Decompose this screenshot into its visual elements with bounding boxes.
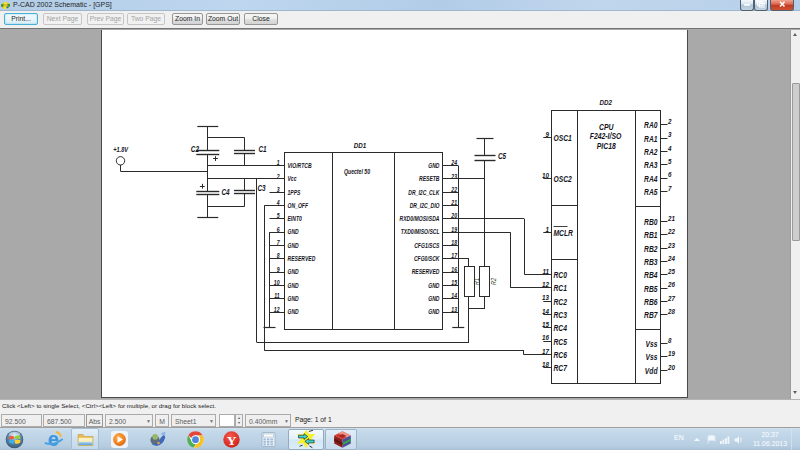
svg-text:21: 21 bbox=[667, 214, 675, 223]
svg-text:3: 3 bbox=[277, 186, 280, 193]
svg-text:21: 21 bbox=[450, 200, 457, 207]
svg-text:R2: R2 bbox=[489, 278, 497, 285]
svg-text:RC0: RC0 bbox=[554, 270, 568, 280]
svg-text:GND: GND bbox=[288, 269, 300, 276]
svg-text:+1.8V: +1.8V bbox=[113, 145, 128, 153]
svg-text:28: 28 bbox=[667, 308, 675, 317]
svg-text:RB0: RB0 bbox=[644, 217, 658, 227]
svg-text:RC3: RC3 bbox=[554, 310, 568, 320]
svg-text:8: 8 bbox=[668, 336, 671, 345]
svg-text:GND: GND bbox=[428, 162, 440, 169]
svg-text:C2: C2 bbox=[191, 144, 200, 154]
svg-text:9: 9 bbox=[277, 266, 280, 273]
svg-text:5: 5 bbox=[668, 157, 672, 166]
svg-text:13: 13 bbox=[542, 294, 549, 303]
svg-text:GND: GND bbox=[428, 282, 440, 289]
svg-text:TXD0/MISO/SCL: TXD0/MISO/SCL bbox=[401, 229, 440, 236]
svg-text:OSC2: OSC2 bbox=[554, 174, 573, 184]
svg-text:GND: GND bbox=[288, 229, 300, 236]
svg-text:C5: C5 bbox=[498, 151, 507, 161]
svg-text:RESERVED: RESERVED bbox=[412, 269, 441, 276]
svg-text:DR_I2C_DIO: DR_I2C_DIO bbox=[410, 202, 440, 209]
svg-text:GND: GND bbox=[428, 295, 440, 302]
svg-text:RB6: RB6 bbox=[644, 297, 658, 307]
svg-text:C1: C1 bbox=[259, 144, 267, 154]
svg-text:CFG0/SCK: CFG0/SCK bbox=[414, 255, 440, 262]
svg-text:RC4: RC4 bbox=[554, 323, 568, 333]
svg-text:R1: R1 bbox=[472, 278, 480, 285]
svg-text:24: 24 bbox=[667, 254, 675, 263]
svg-text:6: 6 bbox=[277, 226, 280, 233]
svg-text:RB3: RB3 bbox=[644, 257, 658, 267]
svg-text:23: 23 bbox=[667, 241, 675, 250]
svg-text:24: 24 bbox=[450, 160, 457, 167]
svg-text:RB2: RB2 bbox=[644, 244, 658, 254]
svg-text:Vss: Vss bbox=[646, 353, 659, 363]
svg-text:Vss: Vss bbox=[646, 339, 659, 349]
svg-text:14: 14 bbox=[542, 307, 549, 316]
svg-text:11: 11 bbox=[274, 293, 279, 300]
svg-text:15: 15 bbox=[542, 320, 550, 329]
svg-text:Vdd: Vdd bbox=[645, 366, 658, 376]
svg-text:RXD0/MOSI/SDA: RXD0/MOSI/SDA bbox=[400, 216, 440, 223]
svg-text:20: 20 bbox=[667, 363, 675, 372]
svg-text:9: 9 bbox=[546, 130, 549, 139]
svg-text:CFG1/SCS: CFG1/SCS bbox=[414, 242, 439, 249]
svg-text:RB4: RB4 bbox=[644, 271, 658, 281]
svg-text:19: 19 bbox=[451, 226, 457, 233]
svg-text:RC5: RC5 bbox=[554, 337, 568, 347]
svg-text:F242-I/SO: F242-I/SO bbox=[590, 132, 622, 142]
svg-text:10: 10 bbox=[542, 171, 549, 180]
svg-text:18: 18 bbox=[542, 360, 549, 369]
svg-text:1: 1 bbox=[546, 225, 549, 234]
svg-text:RESETB: RESETB bbox=[419, 176, 440, 183]
svg-text:GND: GND bbox=[428, 309, 440, 316]
svg-text:17: 17 bbox=[542, 347, 550, 356]
svg-text:ON_OFF: ON_OFF bbox=[288, 202, 309, 209]
svg-text:10: 10 bbox=[274, 279, 280, 286]
svg-text:15: 15 bbox=[451, 279, 457, 286]
svg-text:RA2: RA2 bbox=[644, 147, 658, 157]
svg-text:DD2: DD2 bbox=[600, 98, 612, 107]
svg-text:RA3: RA3 bbox=[644, 160, 658, 170]
svg-text:C4: C4 bbox=[222, 187, 230, 197]
svg-text:GND: GND bbox=[288, 295, 300, 302]
svg-text:RB1: RB1 bbox=[644, 231, 657, 241]
svg-text:DR_I2C_CLK: DR_I2C_CLK bbox=[408, 189, 440, 196]
svg-text:14: 14 bbox=[451, 293, 457, 300]
svg-text:2: 2 bbox=[667, 117, 671, 126]
svg-text:Vcc: Vcc bbox=[288, 176, 298, 183]
svg-text:PIC18: PIC18 bbox=[597, 141, 617, 151]
svg-text:OSC1: OSC1 bbox=[554, 133, 572, 143]
svg-text:RA5: RA5 bbox=[644, 187, 658, 197]
svg-text:EINT0: EINT0 bbox=[288, 216, 303, 223]
svg-text:GND: GND bbox=[288, 242, 300, 249]
svg-text:27: 27 bbox=[667, 294, 676, 303]
svg-text:RA1: RA1 bbox=[644, 134, 657, 144]
svg-text:RA4: RA4 bbox=[644, 174, 658, 184]
svg-text:22: 22 bbox=[667, 228, 675, 237]
svg-text:RB5: RB5 bbox=[644, 284, 658, 294]
svg-text:DD1: DD1 bbox=[354, 141, 366, 150]
svg-text:25: 25 bbox=[667, 268, 676, 277]
svg-text:26: 26 bbox=[667, 281, 676, 290]
svg-text:6: 6 bbox=[668, 171, 672, 180]
svg-text:22: 22 bbox=[450, 186, 457, 193]
svg-text:19: 19 bbox=[668, 350, 675, 359]
svg-text:GND: GND bbox=[288, 309, 300, 316]
svg-text:GND: GND bbox=[288, 282, 300, 289]
svg-text:7: 7 bbox=[668, 184, 672, 193]
svg-text:C3: C3 bbox=[258, 183, 266, 193]
svg-text:Y: Y bbox=[227, 432, 237, 447]
svg-text:12: 12 bbox=[542, 280, 549, 289]
svg-text:16: 16 bbox=[451, 266, 457, 273]
svg-text:Quectel 50: Quectel 50 bbox=[344, 168, 371, 175]
svg-text:VIO/RTCB: VIO/RTCB bbox=[288, 162, 312, 169]
svg-text:3: 3 bbox=[668, 131, 671, 140]
svg-text:11: 11 bbox=[543, 267, 549, 276]
svg-text:1PPS: 1PPS bbox=[288, 189, 301, 196]
svg-text:MCLR: MCLR bbox=[554, 228, 574, 238]
svg-text:13: 13 bbox=[451, 306, 457, 313]
svg-text:RB7: RB7 bbox=[644, 311, 658, 321]
svg-text:CPU: CPU bbox=[599, 122, 614, 132]
